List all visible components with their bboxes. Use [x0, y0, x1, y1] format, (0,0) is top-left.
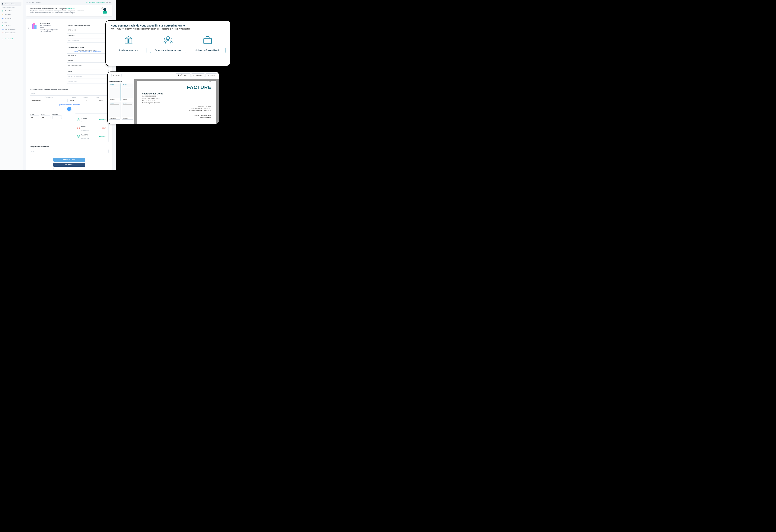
logout-icon: ⎋ [2, 38, 4, 40]
svg-rect-1 [103, 11, 107, 14]
liberal-icon: ✚ [2, 32, 4, 34]
clients-icon: ⚉ [2, 17, 4, 19]
option-company-button[interactable]: Je suis une entreprise [111, 48, 147, 53]
remise-input[interactable] [52, 115, 62, 119]
button-row: PRÉVISUALISER CONFIRMER ANNULER [30, 157, 109, 170]
sidebar-label: Mes devis [5, 14, 11, 15]
template-option[interactable]: FACTURENormal [122, 83, 133, 101]
sidebar-label: Mes factures [5, 10, 12, 11]
invoice-preview: Total HT FACTURE FactuGenial Demo 5161XX… [134, 79, 219, 124]
company-icon: ▦ [2, 24, 4, 26]
svg-point-14 [170, 38, 172, 40]
onboarding-card: Nous sommes ravis de vous accueillir sur… [106, 20, 230, 66]
sidebar-cat-billing: FACTURATION ET DEVIS [2, 7, 21, 8]
option-liberal: J'ai une profession libérale [190, 34, 225, 53]
breadcrumb: ⌂ / Factures / Nouveau [26, 2, 41, 3]
company-logo: ✎ [30, 22, 38, 30]
option-auto-button[interactable]: Je suis un auto-entrepreneur [150, 48, 186, 53]
invoice-due-input[interactable] [67, 39, 109, 42]
invoice-date-input[interactable] [67, 33, 109, 37]
section-client: Information sur le client [67, 46, 109, 48]
invoice-number-input[interactable] [67, 28, 109, 32]
project-input[interactable] [30, 91, 109, 95]
svg-point-2 [102, 8, 103, 8]
sidebar-item-invoices[interactable]: ▤ Mes factures [1, 9, 21, 13]
header-card: Génération de la facture associé à votre… [26, 5, 113, 16]
select-existing-client-link[interactable]: Cliquer ici pour selectionner un client … [67, 51, 109, 52]
remise-label: Remise % [52, 113, 62, 115]
cancel-button[interactable]: ANNULER [53, 168, 85, 170]
totals-params: Devise * TVA % Remise % [30, 113, 62, 119]
company-addr: Rue 1 [40, 27, 58, 29]
inv-reg: 5161XXXXXXXXX51 [142, 95, 211, 97]
client-name-input[interactable] [67, 53, 109, 57]
form-card: ✎ Company A 56123113156132 Rue 1 dem [26, 19, 113, 170]
sidebar-cat-account: COMPTE [2, 22, 21, 23]
editor-close-button[interactable]: ✕Fermer [206, 73, 217, 77]
template-option[interactable]: FACTUREAbstract [122, 102, 133, 119]
client-email-input[interactable] [67, 80, 109, 84]
prest-des-input[interactable] [30, 99, 67, 102]
template-label: Normal [122, 98, 133, 101]
hex-input[interactable]: # 2D7386 [112, 74, 122, 77]
topbar-right: @ demo.factugenial5@email.fr Français ▾ [86, 2, 113, 3]
svg-point-12 [167, 36, 170, 39]
sidebar-item-quotes[interactable]: ▥ Mes devis [1, 13, 21, 16]
chevron-down-icon: ▾ [112, 2, 113, 3]
company-phone: +212 659896956 [40, 31, 58, 33]
tva-label: TVA % [41, 113, 50, 115]
client-addr-input[interactable] [67, 69, 109, 73]
option-liberal-button[interactable]: J'ai une profession libérale [190, 48, 225, 53]
prest-unit-input[interactable] [69, 99, 80, 102]
preview-button[interactable]: PRÉVISUALISER [53, 158, 85, 162]
sidebar-item-company[interactable]: ▦ Entreprise [1, 23, 21, 27]
sidebar-item-dashboard[interactable]: ◧ Tableau de board [1, 2, 21, 6]
page-subtitle-2: Veuillez saisir les détails nécessaires … [30, 12, 109, 13]
sidebar-label: Entreprise [5, 25, 11, 26]
edit-company-icon[interactable]: ✎ [28, 27, 29, 29]
bank-icon [124, 34, 134, 46]
sidebar-item-clients[interactable]: ⚉ Mes clients [1, 16, 21, 20]
plus-icon: + [77, 118, 80, 121]
sidebar-label: Mes clients [5, 18, 11, 19]
confirm-button[interactable]: CONFIRMER [53, 163, 85, 167]
inv-addr: Rue X, Boulevard Y, Ville Z [142, 97, 211, 99]
template-label: Standard [109, 98, 120, 101]
breadcrumb-l2: Nouveau [36, 2, 41, 3]
client-phone-input[interactable] [67, 74, 109, 78]
invoice-title: FACTURE [142, 84, 211, 90]
onboard-title: Nous sommes ravis de vous accueillir sur… [111, 24, 225, 27]
note-input[interactable] [30, 149, 109, 153]
prest-qty-input[interactable] [82, 99, 91, 102]
option-auto: Je suis un auto-entrepreneur [150, 34, 186, 53]
total-ht-value: 30000 EUR [99, 119, 106, 120]
add-prestation-button[interactable]: + [67, 107, 71, 111]
page-subtitle-1: Remplissez ce formulaire pour créer une … [30, 10, 109, 11]
home-icon[interactable]: ⌂ [26, 2, 27, 3]
template-option[interactable]: FACTUREStandard [109, 83, 121, 101]
invoice-icon: ▤ [2, 10, 4, 12]
template-option[interactable]: FACTURELumineux [109, 102, 121, 119]
page-title: Génération de la facture associé à votre… [30, 8, 109, 10]
editor-confirm-button[interactable]: ✓Confirmer [191, 73, 205, 77]
client-reg-input[interactable] [67, 64, 109, 68]
invoice-app: ◧ Tableau de board FACTURATION ET DEVIS … [0, 0, 116, 170]
company-email: demo.factugenial5@email.fr [40, 29, 58, 31]
download-button[interactable]: ⬇Télécharger [176, 73, 190, 77]
company-block: ✎ Company A 56123113156132 Rue 1 dem [30, 22, 63, 85]
sidebar-label: Se déconnecter [5, 38, 14, 39]
user-email[interactable]: demo.factugenial5@email.fr [88, 2, 105, 3]
prest-price-input[interactable] [93, 99, 104, 102]
client-country-select[interactable] [67, 59, 109, 63]
invoice-page: Total HT FACTURE FactuGenial Demo 5161XX… [137, 81, 216, 124]
svg-point-0 [103, 8, 106, 11]
devise-input[interactable] [30, 115, 39, 119]
minus-icon: − [77, 126, 80, 129]
tva-input[interactable] [41, 115, 50, 119]
sidebar-item-auto[interactable]: ☖ Auto-Entrepreneur [1, 27, 21, 31]
inv-company: FactuGenial Demo [142, 92, 211, 95]
sidebar-item-liberal[interactable]: ✚ Profession libérale [1, 31, 21, 35]
sidebar-item-logout[interactable]: ⎋ Se déconnecter [1, 37, 21, 41]
breadcrumb-l1[interactable]: Factures [29, 2, 34, 3]
lang-selector[interactable]: Français ▾ [106, 2, 113, 3]
